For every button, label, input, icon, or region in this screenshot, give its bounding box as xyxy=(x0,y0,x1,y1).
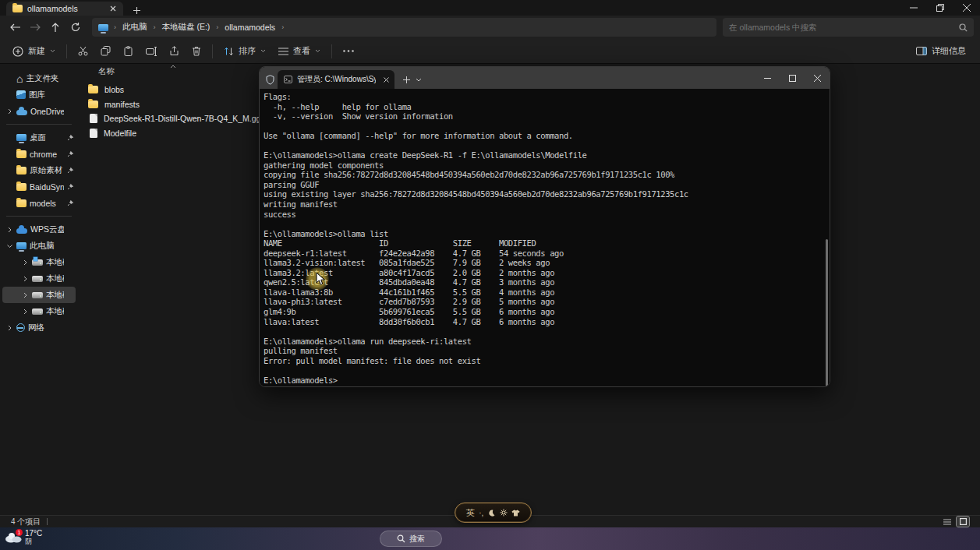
terminal-tab-close-icon[interactable] xyxy=(380,74,391,85)
breadcrumb: 此电脑 › 本地磁盘 (E:) › ollamamodels › xyxy=(119,20,286,34)
terminal-scrollbar[interactable] xyxy=(826,239,828,387)
sidebar-item[interactable]: OneDrive xyxy=(2,103,76,119)
share-button[interactable] xyxy=(163,42,186,60)
terminal-tab-title: 管理员: C:\Windows\System32 xyxy=(297,74,376,85)
sidebar-item[interactable]: BaiduSyncdisk xyxy=(2,178,76,195)
sort-button[interactable]: 排序 xyxy=(218,41,272,61)
sidebar-item[interactable]: 本地磁盘 (E:) xyxy=(2,287,76,303)
large-icons-view-button[interactable] xyxy=(957,517,969,527)
sidebar-item[interactable]: 主文件夹 xyxy=(2,70,76,86)
breadcrumb-item[interactable]: 本地磁盘 (E:) xyxy=(158,20,214,34)
terminal-new-tab-button[interactable] xyxy=(401,74,412,85)
rename-button[interactable] xyxy=(140,43,163,60)
breadcrumb-separator-icon: › xyxy=(214,23,221,31)
chevron-icon[interactable] xyxy=(5,108,13,115)
copy-button[interactable] xyxy=(94,42,117,60)
sidebar-item[interactable]: 本地磁盘 (F:) xyxy=(2,303,76,319)
cut-button[interactable] xyxy=(72,42,94,60)
more-options-button[interactable] xyxy=(337,46,360,56)
screen: ollamamodels xyxy=(0,0,980,550)
restore-button[interactable] xyxy=(927,0,953,16)
ime-settings-gear-icon[interactable] xyxy=(500,509,508,517)
breadcrumb-item[interactable]: ollamamodels xyxy=(221,21,279,33)
file-row[interactable]: DeepSeek-R1-Distill-Qwen-7B-Q4_K_M.gguf xyxy=(78,111,257,126)
explorer-tab[interactable]: ollamamodels xyxy=(6,2,123,16)
pin-icon xyxy=(67,199,74,206)
sidebar-item-icon xyxy=(16,150,27,158)
file-type-icon xyxy=(88,100,98,108)
weather-widget[interactable]: 1 17°C 阴 xyxy=(5,529,42,545)
minimize-button[interactable] xyxy=(900,0,927,16)
file-name: blobs xyxy=(104,85,124,94)
sidebar-item-icon xyxy=(32,308,43,315)
delete-button[interactable] xyxy=(186,42,207,60)
details-pane-label: 详细信息 xyxy=(932,45,966,57)
file-name: manifests xyxy=(104,100,140,109)
terminal-close-button[interactable] xyxy=(805,67,830,89)
sidebar-item[interactable]: 图库 xyxy=(2,86,76,103)
chevron-icon[interactable] xyxy=(21,275,29,283)
column-header-name[interactable]: 名称 xyxy=(98,66,115,77)
chevron-icon[interactable] xyxy=(21,291,29,299)
explorer-search-box[interactable] xyxy=(723,18,974,37)
ime-skin-shirt-icon[interactable] xyxy=(511,509,520,517)
weather-temperature: 17°C xyxy=(25,529,42,538)
close-button[interactable] xyxy=(953,0,980,16)
terminal-title-bar[interactable]: 管理员: C:\Windows\System32 xyxy=(260,67,830,89)
file-row[interactable]: Modelfile xyxy=(78,126,257,141)
address-bar[interactable]: › 此电脑 › 本地磁盘 (E:) › xyxy=(92,18,716,37)
taskbar-search[interactable]: 搜索 xyxy=(380,531,442,547)
new-button[interactable]: 新建 xyxy=(6,41,62,61)
terminal-tab[interactable]: 管理员: C:\Windows\System32 xyxy=(278,70,394,89)
sidebar-item[interactable]: 本地磁盘 (D:) xyxy=(2,270,76,287)
breadcrumb-item[interactable]: 此电脑 xyxy=(119,20,151,34)
sidebar-item[interactable]: 网络 xyxy=(2,319,76,336)
up-button[interactable] xyxy=(45,18,65,37)
sidebar-item[interactable]: 此电脑 xyxy=(2,238,76,254)
sidebar-item[interactable]: 本地磁盘 (C:) xyxy=(2,254,76,270)
sidebar-item[interactable]: models xyxy=(2,195,76,211)
terminal-tab-icon xyxy=(284,76,292,83)
sidebar-item-label: 本地磁盘 (F:) xyxy=(46,306,64,317)
refresh-button[interactable] xyxy=(65,18,86,37)
terminal-content[interactable]: Flags: -h, --help help for ollama -v, --… xyxy=(260,89,830,386)
explorer-window-controls xyxy=(900,0,980,16)
tab-close-icon[interactable] xyxy=(108,3,119,14)
back-button[interactable] xyxy=(5,18,25,37)
chevron-icon[interactable] xyxy=(21,308,29,316)
taskbar-search-label: 搜索 xyxy=(409,534,425,545)
ime-toolbar[interactable]: 英 ·, xyxy=(455,502,532,523)
chevron-icon[interactable] xyxy=(5,226,13,234)
chevron-icon[interactable] xyxy=(21,259,29,266)
sort-ascending-icon xyxy=(170,65,176,69)
sidebar-item[interactable]: chrome xyxy=(2,146,76,162)
pin-icon xyxy=(67,150,74,157)
ime-mode-button[interactable]: 英 xyxy=(466,507,475,519)
terminal-maximize-button[interactable] xyxy=(780,67,805,89)
terminal-tab-dropdown[interactable] xyxy=(413,74,424,85)
details-pane-button[interactable]: 详细信息 xyxy=(910,41,972,61)
sidebar-item-icon xyxy=(16,183,27,191)
details-view-button[interactable] xyxy=(941,517,953,527)
terminal-minimize-button[interactable] xyxy=(755,67,780,89)
explorer-toolbar: 新建 xyxy=(0,39,980,64)
chevron-down-icon xyxy=(50,49,55,53)
forward-button[interactable] xyxy=(25,18,45,37)
sidebar-item[interactable]: 桌面 xyxy=(2,129,76,146)
more-icon xyxy=(343,50,354,52)
search-input[interactable] xyxy=(729,23,959,32)
file-row[interactable]: manifests xyxy=(78,97,257,112)
view-button[interactable]: 查看 xyxy=(272,41,327,61)
file-row[interactable]: blobs xyxy=(78,83,257,97)
ime-moon-icon[interactable] xyxy=(488,509,495,517)
sidebar-item[interactable]: WPS云盘 xyxy=(2,221,76,238)
sidebar-divider xyxy=(6,216,72,217)
new-tab-button[interactable] xyxy=(131,5,142,16)
ime-punctuation-button[interactable]: ·, xyxy=(479,509,483,517)
paste-button[interactable] xyxy=(117,42,140,60)
copy-icon xyxy=(101,46,111,56)
chevron-icon[interactable] xyxy=(5,242,13,250)
chevron-icon[interactable] xyxy=(5,324,13,332)
sidebar-item-label: models xyxy=(30,199,64,208)
sidebar-item[interactable]: 原始素材 xyxy=(2,162,76,178)
